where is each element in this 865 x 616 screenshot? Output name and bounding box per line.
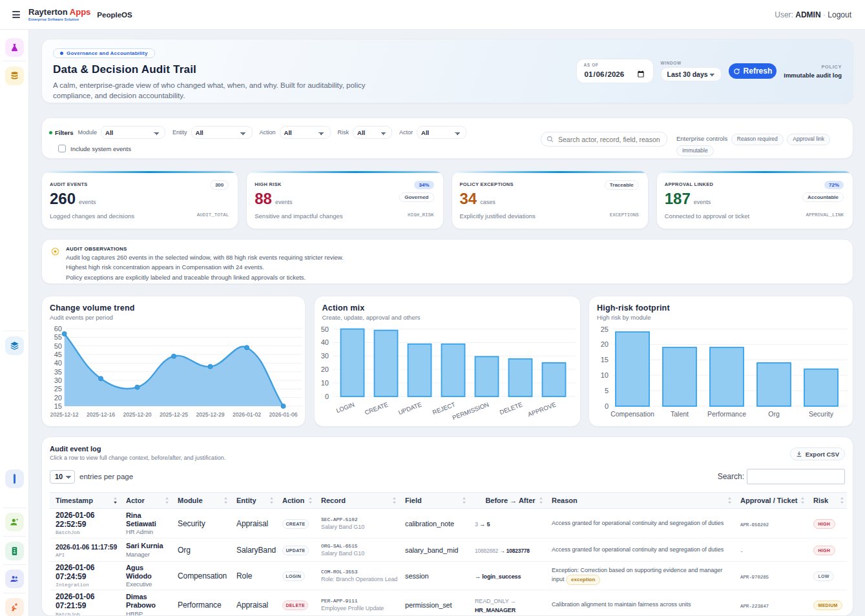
svg-text:40: 40	[320, 338, 328, 346]
svg-text:10: 10	[601, 371, 609, 379]
svg-text:30: 30	[54, 376, 62, 384]
svg-text:10: 10	[320, 379, 328, 387]
svg-text:PERMISSION: PERMISSION	[451, 401, 490, 422]
svg-text:UPDATE: UPDATE	[397, 401, 422, 416]
svg-text:Talent: Talent	[671, 410, 689, 418]
svg-text:2026-01-02: 2026-01-02	[233, 411, 261, 418]
svg-text:2025-12-16: 2025-12-16	[87, 411, 115, 418]
svg-text:2025-12-20: 2025-12-20	[123, 411, 152, 418]
svg-text:0: 0	[605, 402, 609, 410]
svg-text:CREATE: CREATE	[363, 401, 388, 416]
svg-text:Compensation: Compensation	[610, 410, 654, 418]
svg-text:35: 35	[54, 368, 62, 376]
svg-text:LOGIN: LOGIN	[335, 401, 355, 415]
svg-text:55: 55	[54, 333, 62, 341]
svg-text:0: 0	[324, 393, 328, 400]
svg-text:60: 60	[54, 325, 62, 333]
svg-text:45: 45	[54, 351, 62, 358]
svg-text:20: 20	[54, 394, 62, 402]
svg-text:30: 30	[320, 352, 328, 360]
svg-text:2025-12-29: 2025-12-29	[196, 411, 225, 418]
svg-text:50: 50	[54, 342, 62, 350]
svg-text:20: 20	[320, 365, 328, 373]
svg-text:Security: Security	[809, 410, 834, 418]
svg-text:25: 25	[54, 385, 62, 393]
svg-text:2025-12-12: 2025-12-12	[50, 411, 79, 418]
svg-text:25: 25	[601, 325, 609, 333]
svg-text:15: 15	[601, 356, 609, 364]
svg-text:2026-01-06: 2026-01-06	[269, 411, 298, 418]
svg-text:2025-12-25: 2025-12-25	[160, 411, 188, 418]
svg-text:Performance: Performance	[707, 410, 746, 418]
svg-text:Org: Org	[768, 410, 780, 418]
svg-text:15: 15	[54, 402, 62, 410]
svg-text:5: 5	[605, 387, 609, 395]
svg-text:DELETE: DELETE	[498, 401, 523, 416]
svg-text:40: 40	[54, 359, 62, 367]
svg-text:20: 20	[601, 340, 609, 348]
svg-text:50: 50	[320, 325, 328, 333]
svg-text:APPROVE: APPROVE	[526, 401, 557, 418]
